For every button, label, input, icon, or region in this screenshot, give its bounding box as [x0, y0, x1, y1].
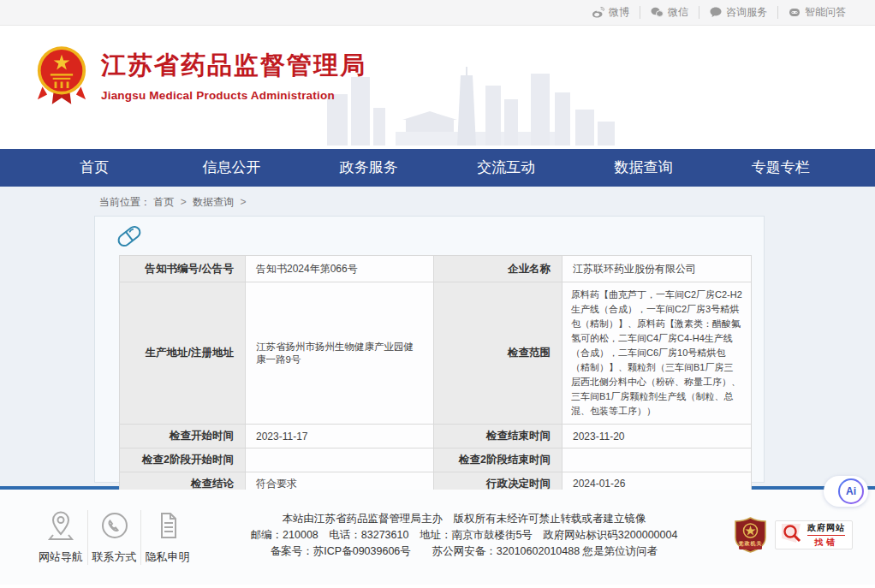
- weibo-link[interactable]: 微博: [581, 6, 640, 19]
- national-emblem-logo: [36, 45, 87, 106]
- gov-site-error-report-badge[interactable]: 政府网站 找错: [775, 520, 853, 549]
- smart-qa-link[interactable]: 智能问答: [777, 6, 856, 19]
- gov-site-error-report-text: 政府网站 找错: [807, 522, 845, 549]
- footer-line-contact: 邮编：210008 电话：83273610 地址：南京市鼓楼街5号 政府网站标识…: [193, 527, 735, 543]
- breadcrumb-home-link[interactable]: 首页: [153, 196, 174, 208]
- gov-site-badge-subtitle: 找错: [814, 537, 838, 549]
- consult-service-link[interactable]: 咨询服务: [699, 6, 777, 19]
- footer-badges: 党政机关 政府网站 找错: [735, 510, 853, 553]
- table-row: 检查开始时间 2023-11-17 检查结束时间 2023-11-20: [120, 425, 752, 448]
- field-value-notice-number: 告知书2024年第066号: [246, 256, 434, 282]
- breadcrumb-prefix: 当前位置：: [99, 196, 151, 208]
- site-title: 江苏省药品监督管理局: [101, 49, 366, 83]
- field-label-phase2-end: 检查2阶段结束时间: [434, 448, 562, 472]
- field-label-inspection-scope: 检查范围: [434, 282, 562, 425]
- nav-item-special-topics[interactable]: 专题专栏: [712, 149, 849, 187]
- field-value-company-name: 江苏联环药业股份有限公司: [562, 256, 752, 282]
- breadcrumb: 当前位置： 首页 > 数据查询 >: [0, 187, 875, 210]
- ai-assistant-button[interactable]: Ai: [838, 478, 864, 504]
- robot-icon: [789, 7, 801, 18]
- field-label-phase2-start: 检查2阶段开始时间: [120, 448, 246, 472]
- weibo-icon: [592, 7, 604, 18]
- page: 微博 微信 咨询服务 智能问答: [0, 0, 875, 588]
- field-label-notice-number: 告知书编号/公告号: [120, 256, 246, 282]
- footer: Ai 网站导航 联系方式: [0, 490, 875, 585]
- footer-text: 本站由江苏省药品监督管理局主办 版权所有未经许可禁止转载或者建立镜像 邮编：21…: [193, 510, 735, 560]
- capsule-pill-icon: [116, 223, 143, 253]
- inspection-detail-table: 告知书编号/公告号 告知书2024年第066号 企业名称 江苏联环药业股份有限公…: [119, 255, 752, 527]
- nav-item-gov-services[interactable]: 政务服务: [301, 149, 438, 187]
- field-value-inspection-scope: 原料药【曲克芦丁，一车间C2厂房C2-H2生产线（合成），一车间C2厂房3号精烘…: [562, 282, 752, 425]
- weibo-label: 微博: [609, 6, 629, 19]
- site-map-label: 网站导航: [39, 550, 83, 563]
- nav-item-interaction[interactable]: 交流互动: [438, 149, 574, 187]
- footer-quick-links: 网站导航 联系方式: [34, 510, 193, 565]
- privacy-link[interactable]: 隐私申明: [140, 510, 193, 565]
- site-map-link[interactable]: 网站导航: [34, 510, 87, 565]
- chat-bubble-icon: [710, 7, 722, 18]
- breadcrumb-data-query-link[interactable]: 数据查询: [193, 196, 234, 208]
- nav-item-info-disclosure[interactable]: 信息公开: [163, 149, 300, 187]
- brand: 江苏省药品监督管理局 Jiangsu Medical Products Admi…: [36, 45, 366, 106]
- contact-link[interactable]: 联系方式: [87, 510, 140, 565]
- nav-item-data-query[interactable]: 数据查询: [574, 149, 711, 187]
- map-pin-icon: [34, 510, 87, 541]
- site-subtitle: Jiangsu Medical Products Administration: [101, 89, 366, 102]
- top-utility-bar: 微博 微信 咨询服务 智能问答: [0, 0, 875, 26]
- document-icon: [141, 510, 193, 541]
- brand-text: 江苏省药品监督管理局 Jiangsu Medical Products Admi…: [101, 49, 366, 102]
- privacy-label: 隐私申明: [146, 550, 190, 563]
- table-row: 生产地址/注册地址 江苏省扬州市扬州生物健康产业园健康一路9号 检查范围 原料药…: [120, 282, 752, 425]
- consult-service-label: 咨询服务: [726, 6, 767, 19]
- wechat-icon: [651, 7, 664, 18]
- contact-label: 联系方式: [92, 550, 137, 563]
- breadcrumb-separator: >: [240, 196, 246, 208]
- field-label-address: 生产地址/注册地址: [120, 282, 246, 425]
- field-value-address: 江苏省扬州市扬州生物健康产业园健康一路9号: [246, 282, 434, 425]
- field-value-phase2-start: [246, 448, 434, 472]
- footer-line-host: 本站由江苏省药品监督管理局主办 版权所有未经许可禁止转载或者建立镜像: [193, 511, 735, 527]
- smart-qa-label: 智能问答: [805, 6, 846, 19]
- footer-line-icp: 备案号：苏ICP备09039606号 苏公网安备：32010602010488 …: [193, 543, 735, 560]
- table-row: 告知书编号/公告号 告知书2024年第066号 企业名称 江苏联环药业股份有限公…: [120, 256, 752, 282]
- field-label-start-date: 检查开始时间: [120, 425, 246, 448]
- wechat-label: 微信: [668, 6, 688, 19]
- magnifier-icon: [780, 522, 802, 548]
- phone-icon: [88, 510, 140, 541]
- breadcrumb-separator: >: [181, 196, 187, 208]
- content-area: 当前位置： 首页 > 数据查询 > 告知书编号: [0, 187, 875, 486]
- gov-site-badge-title: 政府网站: [807, 522, 845, 536]
- site-header: 江苏省药品监督管理局 Jiangsu Medical Products Admi…: [0, 26, 875, 149]
- party-gov-badge[interactable]: 党政机关: [735, 517, 766, 553]
- city-skyline-illustration: [327, 33, 618, 149]
- field-value-start-date: 2023-11-17: [246, 425, 434, 448]
- detail-panel: 告知书编号/公告号 告知书2024年第066号 企业名称 江苏联环药业股份有限公…: [94, 216, 765, 483]
- field-label-end-date: 检查结束时间: [434, 425, 562, 448]
- main-nav: 首页 信息公开 政务服务 交流互动 数据查询 专题专栏: [0, 149, 875, 187]
- wechat-link[interactable]: 微信: [640, 6, 699, 19]
- field-label-company-name: 企业名称: [434, 256, 562, 282]
- field-value-end-date: 2023-11-20: [562, 425, 752, 448]
- nav-item-home[interactable]: 首页: [26, 149, 163, 187]
- party-gov-badge-label: 党政机关: [735, 540, 766, 548]
- table-row: 检查2阶段开始时间 检查2阶段结束时间: [120, 448, 752, 472]
- field-value-phase2-end: [562, 448, 752, 472]
